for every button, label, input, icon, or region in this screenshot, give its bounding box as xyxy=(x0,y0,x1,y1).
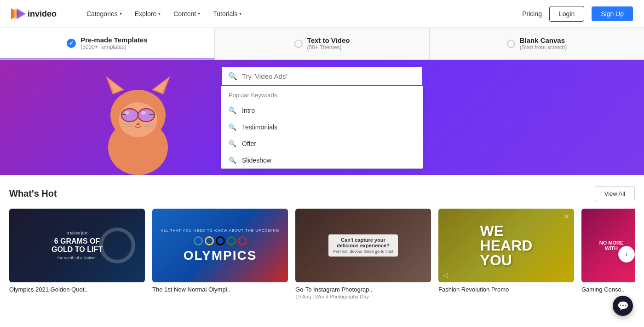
radio-icon xyxy=(507,40,515,48)
mode-ttv-title: Text to Video xyxy=(307,36,350,44)
nav-tutorials[interactable]: Tutorials ▾ xyxy=(207,6,247,21)
search-icon: 🔍 xyxy=(228,72,237,81)
card-thumbnail-3: Can't capture your delicious experience?… xyxy=(295,209,431,282)
logo[interactable]: invideo xyxy=(11,6,66,21)
view-all-button[interactable]: View All xyxy=(595,186,635,201)
svg-point-19 xyxy=(125,111,129,115)
card-title-3: Go-To Instagram Photograp.. xyxy=(295,286,431,293)
chevron-down-icon: ▾ xyxy=(198,11,200,16)
dropdown-item-testimonials[interactable]: 🔍 Testimonials xyxy=(221,119,423,135)
search-icon: 🔍 xyxy=(229,123,236,131)
search-overlay: 🔍 Popular Keywords 🔍 Intro 🔍 Testimonial… xyxy=(221,66,423,169)
card-sub-3: 19 Aug | World Photography Day xyxy=(295,294,431,299)
search-icon: 🔍 xyxy=(229,157,236,164)
search-box: 🔍 xyxy=(221,66,423,86)
section-title: What's Hot xyxy=(9,188,57,199)
search-input[interactable] xyxy=(242,72,416,80)
card-olympics-gold[interactable]: It takes just 6 GRAMS OFGOLD TO LIFT the… xyxy=(9,209,145,299)
mode-ttv-sub: (50+ Themes) xyxy=(307,44,350,51)
card-title-1: Olympics 2021 Golden Quot.. xyxy=(9,286,145,293)
dropdown-header: Popular Keywords xyxy=(221,86,423,102)
cards-row: It takes just 6 GRAMS OFGOLD TO LIFT the… xyxy=(9,209,635,299)
mode-blank-canvas[interactable]: Blank Canvas (Start from scratch) xyxy=(430,28,644,59)
card-instagram-photography[interactable]: Can't capture your delicious experience?… xyxy=(295,209,431,299)
svg-marker-2 xyxy=(17,8,26,19)
checkmark-icon: ✓ xyxy=(67,39,76,48)
section-header: What's Hot View All xyxy=(9,186,635,201)
chevron-right-icon: › xyxy=(626,251,628,258)
nav-content[interactable]: Content ▾ xyxy=(168,6,206,21)
svg-line-25 xyxy=(144,126,157,127)
card-title-2: The 1st New Normal Olympi.. xyxy=(152,286,288,293)
mode-text-to-video[interactable]: Text to Video (50+ Themes) xyxy=(215,28,430,59)
card-thumbnail-2: ALL THAT YOU NEED TO KNOW ABOUT THE UPCO… xyxy=(152,209,288,282)
chevron-down-icon: ▾ xyxy=(239,11,242,16)
card-thumbnail-1: It takes just 6 GRAMS OFGOLD TO LIFT the… xyxy=(9,209,145,282)
whats-hot-section: What's Hot View All It takes just 6 GRAM… xyxy=(0,175,644,307)
svg-point-20 xyxy=(141,111,146,115)
chat-icon[interactable]: 💬 xyxy=(613,296,633,316)
dropdown-item-slideshow[interactable]: 🔍 Slideshow xyxy=(221,152,423,169)
mode-premade-title: Pre-made Templates xyxy=(80,36,148,44)
nav-categories[interactable]: Categories ▾ xyxy=(81,6,127,21)
mode-blank-sub: (Start from scratch) xyxy=(520,44,567,51)
signup-button[interactable]: Sign Up xyxy=(592,6,633,21)
chevron-down-icon: ▾ xyxy=(120,11,122,16)
chat-bubble-icon: 💬 xyxy=(617,300,629,311)
card-title-5: Gaming Conso.. xyxy=(581,286,635,293)
nav-right: Pricing Login Sign Up xyxy=(522,6,633,22)
svg-line-23 xyxy=(119,126,132,127)
login-button[interactable]: Login xyxy=(549,6,584,22)
olympics-rings xyxy=(194,236,247,245)
radio-icon xyxy=(294,40,303,48)
svg-line-15 xyxy=(150,114,155,115)
dropdown-item-intro[interactable]: 🔍 Intro xyxy=(221,102,423,119)
mode-selector: ✓ Pre-made Templates (5000+ Templates) T… xyxy=(0,28,644,60)
pricing-link[interactable]: Pricing xyxy=(522,10,542,18)
nav-explore[interactable]: Explore ▾ xyxy=(129,6,166,21)
svg-point-26 xyxy=(101,229,133,262)
search-icon: 🔍 xyxy=(229,107,236,114)
nav-links: Categories ▾ Explore ▾ Content ▾ Tutoria… xyxy=(81,6,522,21)
navbar: invideo Categories ▾ Explore ▾ Content ▾… xyxy=(0,0,644,28)
hero-banner: 🔍 Popular Keywords 🔍 Intro 🔍 Testimonial… xyxy=(0,60,644,175)
next-button[interactable]: › xyxy=(618,246,635,263)
mode-premade[interactable]: ✓ Pre-made Templates (5000+ Templates) xyxy=(0,28,215,59)
card-thumbnail-4: WEHEARDYOU ✕ ◁ xyxy=(438,209,574,282)
chevron-down-icon: ▾ xyxy=(158,11,161,16)
card-title-4: Fashion Revolution Promo xyxy=(438,286,574,293)
mode-premade-sub: (5000+ Templates) xyxy=(80,44,148,50)
mode-blank-title: Blank Canvas xyxy=(520,36,567,44)
svg-text:invideo: invideo xyxy=(28,9,57,18)
card-fashion-revolution[interactable]: WEHEARDYOU ✕ ◁ Fashion Revolution Promo xyxy=(438,209,574,299)
dropdown-item-offer[interactable]: 🔍 Offer xyxy=(221,135,423,152)
card-olympics-new-normal[interactable]: ALL THAT YOU NEED TO KNOW ABOUT THE UPCO… xyxy=(152,209,288,299)
search-icon: 🔍 xyxy=(229,140,236,147)
hero-cat-image xyxy=(92,69,184,175)
search-dropdown: Popular Keywords 🔍 Intro 🔍 Testimonials … xyxy=(221,86,423,169)
